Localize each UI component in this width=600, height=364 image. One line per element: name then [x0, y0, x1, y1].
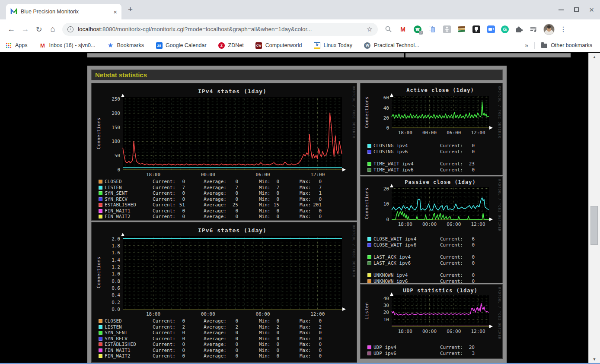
reload-button[interactable]: ↻ [32, 25, 46, 34]
zoom-extension-icon[interactable] [486, 25, 496, 34]
legend-row: TIME_WAIT ipv4Current:23 [361, 161, 502, 167]
grammarly-extension-icon[interactable]: G [501, 25, 509, 33]
bookmark-linux-today[interactable]: lt Linux Today [313, 42, 352, 49]
bookmark-inbox[interactable]: M Inbox (16) - sjvn0... [39, 42, 96, 49]
accessibility-extension-icon[interactable] [442, 25, 452, 34]
window-close-button[interactable]: × [589, 7, 594, 12]
bookmark-computerworld[interactable]: CW Computerworld [255, 42, 302, 49]
legend-stat-value: 0 [164, 196, 185, 202]
x-tick: 06:00 [444, 222, 463, 227]
x-tick: 00:00 [420, 130, 439, 135]
legend-swatch [99, 319, 102, 323]
legend-stat-value: 0 [164, 342, 185, 347]
previous-section-edge [405, 53, 571, 57]
extensions-puzzle-icon[interactable] [514, 25, 523, 34]
legend-swatch [99, 354, 102, 358]
browser-menu-icon[interactable]: ⋮ [560, 25, 567, 33]
legend-stat-value: 15 [259, 202, 279, 208]
legend-swatch [99, 191, 102, 195]
legend-swatch [367, 150, 371, 154]
legend-stat-value: 0 [217, 196, 238, 202]
gmail-extension-icon[interactable]: M [398, 25, 408, 34]
rrdtool-watermark: RRDTOOL / TOBI OETIKER [352, 225, 356, 277]
scrollbar-thumb[interactable] [590, 206, 598, 245]
scrollbar[interactable]: ▲ ▼ [588, 53, 600, 364]
tab-title: Blue Precision Monitorix [21, 9, 111, 15]
books-extension-icon[interactable] [457, 25, 466, 34]
keep-extension-icon[interactable] [472, 25, 481, 34]
legend-swatch [367, 273, 371, 277]
scroll-up-icon[interactable]: ▲ [589, 55, 600, 59]
legend-label: UNKNOWN ipv6 [373, 279, 408, 284]
legend-row: CLOSE_WAIT ipv4Current:6 [361, 236, 502, 242]
tab-close-icon[interactable]: × [113, 8, 117, 16]
y-tick: 1.0 [103, 272, 120, 276]
graph-panel-active-close[interactable]: RRDTOOL / TOBI OETIKERActive close (1day… [360, 83, 503, 175]
profile-avatar[interactable] [543, 24, 555, 35]
address-bar[interactable]: i localhost:8080/monitorix-cgi/monitorix… [62, 23, 378, 36]
search-extension-icon[interactable] [383, 25, 393, 34]
legend-row: LISTENCurrent:7Average:7Min:7Max:7 [92, 185, 357, 191]
copy-pages-extension-icon[interactable] [428, 25, 437, 34]
voice-extension-icon[interactable]: ☎? [413, 25, 422, 34]
bookmark-google-calendar[interactable]: 28 Google Calendar [156, 42, 207, 49]
bookmark-label: ZDNet [228, 42, 244, 48]
plot-area [387, 291, 495, 331]
graph-panel-ipv4-states[interactable]: RRDTOOL / TOBI OETIKERIPv4 states (1day)… [91, 83, 357, 221]
playlist-extension-icon[interactable] [529, 25, 538, 34]
scroll-down-icon[interactable]: ▼ [589, 357, 600, 361]
x-tick: 12:00 [308, 312, 327, 317]
legend-swatch [367, 345, 371, 349]
legend-swatch [367, 351, 371, 355]
bookmark-bookmarks[interactable]: ★ Bookmarks [107, 42, 144, 49]
legend-label: LAST_ACK ipv6 [373, 260, 411, 266]
legend-row: FIN_WAIT1Current:0Average:0Min:0Max:0 [92, 348, 357, 354]
bookmark-practical-technology[interactable]: W Practical Technol... [364, 42, 419, 49]
legend-swatch [367, 144, 371, 148]
legend-stat-value: 0 [301, 214, 322, 219]
bookmark-zdnet[interactable]: Z ZDNet [218, 42, 244, 49]
x-tick: 06:00 [444, 130, 463, 135]
legend-row: LAST_ACK ipv4Current:0 [361, 254, 502, 260]
page-info-icon[interactable]: i [67, 26, 73, 32]
bookmarks-overflow-button[interactable]: » [525, 42, 528, 49]
graph-panel-udp-statistics[interactable]: RRDTOOL / TOBI OETIKERUDP statistics (1d… [360, 284, 503, 359]
new-tab-button[interactable]: + [128, 5, 133, 14]
legend-label: LAST_ACK ipv4 [373, 254, 411, 260]
maximize-button[interactable] [574, 7, 579, 12]
legend-stat-value: 0 [301, 196, 322, 202]
legend-stat-value: 0 [259, 208, 279, 214]
graph-panel-ipv6-states[interactable]: RRDTOOL / TOBI OETIKERIPv6 states (1day)… [91, 222, 357, 363]
minimize-button[interactable] [559, 9, 564, 10]
plot-area [387, 92, 495, 132]
y-tick: 0.4 [103, 293, 120, 298]
back-button[interactable]: ← [4, 25, 18, 34]
legend-row: UNKNOWN ipv6Current:0 [361, 279, 502, 285]
legend-swatch [99, 331, 102, 335]
legend-label: TIME_WAIT ipv4 [373, 161, 414, 167]
bookmark-apps[interactable]: Apps [5, 42, 28, 49]
forward-button[interactable]: → [18, 25, 32, 34]
y-tick: 150 [103, 125, 120, 130]
legend-swatch [367, 237, 371, 241]
bookmark-star-icon[interactable]: ☆ [367, 25, 373, 33]
bookmarks-divider [534, 42, 535, 49]
legend-stat-value: 2 [259, 324, 279, 330]
browser-tab[interactable]: Blue Precision Monitorix × [6, 4, 121, 19]
y-axis-label: Connections [364, 187, 370, 219]
y-tick: 10 [372, 202, 389, 206]
other-bookmarks-button[interactable]: Other bookmarks [541, 42, 592, 49]
graph-panel-passive-close[interactable]: RRDTOOL / TOBI OETIKERPassive close (1da… [360, 176, 503, 283]
legend-stat-value: 0 [164, 318, 185, 324]
legend-swatch [99, 348, 102, 352]
home-button[interactable]: ⌂ [46, 25, 60, 34]
y-tick: 20 [372, 310, 389, 315]
x-tick: 06:00 [253, 312, 272, 317]
legend-stat-value: 0 [164, 330, 185, 336]
legend-stat-value: 1 [301, 190, 322, 196]
browser-window: { "browser": { "tab_title": "Blue Precis… [0, 0, 600, 364]
legend-label: FIN_WAIT2 [105, 353, 131, 359]
legend-swatch [367, 279, 371, 283]
legend-label: CLOSED [105, 318, 122, 324]
plot-area [118, 92, 348, 174]
